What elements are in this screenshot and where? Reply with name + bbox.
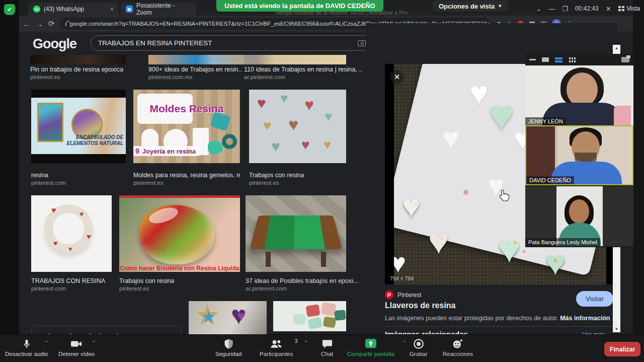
result-domain: ar.pinterest.com: [244, 74, 285, 80]
star-shape: ★: [201, 308, 216, 325]
result-domain: pinterest.es: [30, 74, 60, 80]
minimize-icon[interactable]: —: [548, 6, 555, 12]
result-title[interactable]: TRABAJOS CON RESINA: [31, 277, 105, 284]
result-domain: pinterest.es: [119, 285, 149, 292]
result-thumbnail-keychains[interactable]: [273, 301, 346, 331]
preview-source-row[interactable]: P Pinterest: [385, 291, 421, 299]
gallery-view-icon[interactable]: [569, 57, 576, 63]
search-query-text: TRABAJOS EN RESINA PINTEREST: [98, 39, 352, 47]
result-domain: pinterest.com: [31, 180, 66, 186]
result-title[interactable]: Moldes para resina, resina gemelos, resi…: [133, 172, 240, 179]
share-options-caret[interactable]: ⌃: [403, 340, 407, 345]
google-logo[interactable]: Google: [33, 36, 76, 52]
chevron-down-icon[interactable]: ⌄: [536, 6, 541, 12]
result-thumbnail-hearts[interactable]: [249, 90, 346, 163]
smiley-plus-icon: [452, 338, 463, 349]
thumb-title-text: Como hacer Bisutería con Resina Liquida: [119, 265, 240, 272]
result-thumbnail[interactable]: [244, 55, 346, 64]
mouse-hand-cursor: [499, 189, 510, 202]
result-thumbnail-cabochon[interactable]: Como hacer Bisutería con Resina Liquida: [119, 195, 240, 272]
share-screen-button[interactable]: Compartir pantalla: [347, 338, 394, 357]
result-title[interactable]: 110 ideas de Trabajos en resina | resina…: [244, 66, 362, 73]
tab-zoom[interactable]: ▣ Posasistente - Zoom: [121, 3, 196, 16]
chat-button[interactable]: Chat: [321, 338, 333, 357]
result-thumbnail-star-heart[interactable]: ★ ★: [189, 301, 267, 334]
close-window-icon[interactable]: ✕: [606, 6, 611, 12]
thumb-subtitle: Joyería en resina: [142, 148, 196, 155]
resin-heart-mint: [489, 93, 514, 136]
shield-icon: [224, 338, 233, 349]
participant-video-panel: JENNY LEÓN DAVID CEDEÑO Pata Banguera Le…: [525, 54, 633, 247]
record-icon: [413, 338, 424, 349]
resin-heart-opal: [428, 224, 449, 259]
reactions-button[interactable]: Reacciones: [443, 338, 473, 357]
result-title[interactable]: 37 ideas de Posibles trabajos en epoxi..…: [246, 277, 364, 284]
record-button[interactable]: Grabar: [410, 338, 428, 357]
mold-cavity: [442, 123, 459, 153]
antivirus-shield-icon[interactable]: ✔: [4, 4, 15, 15]
google-search-box[interactable]: TRABAJOS EN RESINA PINTEREST: [91, 35, 395, 51]
video-tile-pata[interactable]: Pata Banguera Lesly Mishel: [525, 186, 633, 246]
result-title[interactable]: 900+ ideas de Trabajos en resin...: [148, 66, 242, 73]
strip-view-icon[interactable]: [555, 57, 562, 62]
end-meeting-button[interactable]: Finalizar: [604, 342, 640, 356]
restore-window-icon[interactable]: ❐: [562, 6, 568, 12]
stop-video-button[interactable]: Detener vídeo: [58, 338, 95, 357]
mute-audio-button[interactable]: Desactivar audio: [5, 338, 48, 357]
scroll-down-icon[interactable]: ▼: [613, 327, 620, 331]
participants-caret[interactable]: ⌃: [304, 340, 308, 345]
participants-button[interactable]: Participantes 3: [260, 338, 293, 357]
security-button[interactable]: Seguridad: [215, 338, 242, 357]
video-tile-jenny[interactable]: JENNY LEÓN: [525, 65, 633, 125]
resin-heart-mint-glitter: [545, 245, 566, 280]
preview-title-link[interactable]: Llaveros de resina: [385, 301, 456, 310]
share-screen-icon: [365, 338, 377, 349]
scroll-up-icon[interactable]: ▲: [613, 46, 620, 50]
tab-whatsapp[interactable]: 43 (43) WhatsApp ×: [28, 3, 119, 16]
video-options-caret[interactable]: ⌃: [92, 340, 96, 345]
view-options-button[interactable]: Opciones de vista ▼: [433, 1, 508, 12]
reload-icon[interactable]: ⟳: [48, 19, 55, 28]
image-search-camera-icon[interactable]: [358, 40, 366, 46]
result-thumbnail[interactable]: [30, 55, 126, 64]
result-thumbnail-bangle[interactable]: [31, 195, 112, 272]
close-icon[interactable]: ✕: [390, 70, 404, 84]
result-title[interactable]: resina: [31, 172, 48, 179]
related-searches-box: Búsquedas relacionadas: [31, 325, 181, 334]
thumb-text: ELEMENTOS NATURAL: [67, 140, 123, 147]
result-thumbnail-moldes[interactable]: Moldes Resina 9 Joyería en resina: [133, 90, 240, 163]
speaker-view-icon[interactable]: [542, 57, 549, 62]
zoom-window-controls: ⌄ — ❐ 00:42:43 ✕ Vista: [518, 0, 644, 17]
visit-button[interactable]: Visitar: [576, 291, 613, 307]
result-thumbnail-table[interactable]: [246, 195, 346, 272]
zoom-bottom-toolbar: Desactivar audio ⌃ Detener vídeo ⌃ Segur…: [0, 334, 644, 362]
video-camera-icon: [70, 338, 83, 349]
image-dimensions-label: 794 × 794: [390, 275, 414, 281]
minimize-videos-icon[interactable]: [529, 59, 536, 60]
image-results-grid: Pin on trabajos de resina epoxica pinter…: [19, 55, 366, 334]
vista-view-button[interactable]: Vista: [618, 5, 640, 12]
back-icon[interactable]: ←: [23, 20, 31, 28]
video-tile-david[interactable]: DAVID CEDEÑO: [525, 125, 633, 185]
thumb-text: ENCAPSULADO DE: [67, 134, 123, 140]
zoom-favicon: ▣: [126, 6, 133, 13]
zoom-meeting-window: ✔ 43 (43) WhatsApp × ▣ Posasistente - Zo…: [0, 0, 644, 362]
result-domain: ar.pinterest.com: [246, 285, 287, 292]
popout-layout-icon[interactable]: [621, 57, 629, 62]
result-thumbnail[interactable]: [148, 55, 255, 64]
result-domain: pinterest.es: [133, 180, 163, 186]
meeting-timer: 00:42:43: [575, 5, 599, 12]
result-title[interactable]: Trabajos con resina: [119, 277, 174, 284]
result-title[interactable]: Pin on trabajos de resina epoxica: [30, 66, 143, 73]
source-name: Pinterest: [397, 292, 421, 299]
tab-close-icon[interactable]: ×: [110, 6, 114, 13]
window-edge-right: [633, 0, 644, 334]
result-title[interactable]: Trabajos con resina: [249, 172, 304, 179]
forward-icon[interactable]: →: [36, 20, 43, 28]
whatsapp-favicon: 43: [33, 6, 40, 13]
participant-name-label: DAVID CEDEÑO: [526, 176, 574, 184]
result-thumbnail-encapsulado[interactable]: ENCAPSULADO DE ELEMENTOS NATURAL: [31, 90, 126, 163]
more-info-link[interactable]: Más información: [560, 315, 610, 322]
mute-options-caret[interactable]: ⌃: [44, 340, 48, 345]
divider: [385, 326, 614, 327]
